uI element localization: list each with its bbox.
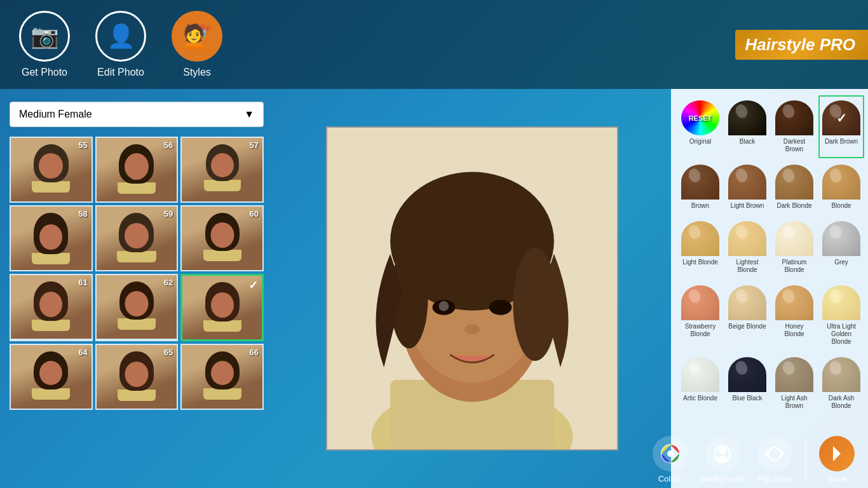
color-label-honey-blonde: Honey Blonde	[775, 323, 813, 338]
nav-styles-label: Styles	[183, 67, 211, 78]
svg-marker-20	[764, 450, 768, 458]
color-swatch-artic-blonde	[681, 357, 719, 392]
color-label-strawberry-blonde: Strawberry Blonde	[681, 323, 719, 338]
color-swatch-dark-ash-blonde	[822, 357, 860, 392]
style-num-64: 64	[78, 348, 87, 357]
top-bar: 📷 Get Photo 👤 Edit Photo 💇 Styles Hairst…	[0, 0, 868, 89]
color-swatch-lightest-blonde	[728, 221, 766, 256]
style-num-59: 59	[164, 209, 173, 219]
color-item-light-blonde[interactable]: Light Blonde	[677, 216, 723, 279]
style-num-65: 65	[164, 348, 173, 357]
style-category-dropdown[interactable]: Medium Female ▼	[10, 102, 264, 127]
style-item-61[interactable]: 61	[10, 274, 93, 341]
nav-styles[interactable]: 💇 Styles	[172, 11, 222, 78]
nav-edit-photo[interactable]: 👤 Edit Photo	[95, 11, 146, 78]
color-item-reset[interactable]: RESET Original	[677, 95, 723, 158]
camera-icon: 📷	[19, 11, 70, 62]
style-item-59[interactable]: 59	[95, 205, 179, 271]
color-label-dark-brown: Dark Brown	[825, 138, 858, 146]
color-swatch-ultra-light-golden-blonde	[822, 285, 860, 320]
color-item-blue-black[interactable]: Blue Black	[724, 352, 770, 415]
color-label-blonde: Blonde	[831, 202, 851, 210]
color-label-beige-blonde: Beige Blonde	[728, 323, 766, 330]
color-label-blue-black: Blue Black	[732, 395, 762, 402]
color-label-artic-blonde: Artic Blonde	[683, 395, 717, 402]
save-label: Save	[828, 474, 847, 484]
nav-get-photo[interactable]: 📷 Get Photo	[19, 11, 70, 78]
svg-point-10	[489, 300, 512, 315]
style-item-57[interactable]: 57	[180, 137, 264, 203]
color-item-light-brown[interactable]: Light Brown	[724, 159, 770, 215]
dropdown-chevron-icon: ▼	[244, 109, 254, 120]
style-item-60[interactable]: 60	[180, 205, 264, 271]
flip-style-icon	[757, 436, 792, 471]
svg-point-17	[719, 446, 726, 455]
color-label-platinum-blonde: Platinum Blonde	[775, 259, 813, 274]
svg-point-14	[667, 451, 674, 457]
style-num-57: 57	[250, 140, 259, 150]
color-item-platinum-blonde[interactable]: Platinum Blonde	[771, 216, 817, 279]
person-icon: 👤	[95, 11, 146, 62]
style-item-58[interactable]: 58	[10, 205, 93, 271]
style-num-66: 66	[250, 348, 259, 357]
center-preview	[273, 89, 671, 488]
color-item-beige-blonde[interactable]: Beige Blonde	[724, 280, 770, 351]
style-item-55[interactable]: 55	[10, 137, 93, 203]
color-swatch-honey-blonde	[775, 285, 813, 320]
styles-grid: 55 56	[10, 137, 264, 410]
style-item-64[interactable]: 64	[10, 344, 93, 410]
style-num-61: 61	[78, 278, 87, 287]
color-item-dark-blonde[interactable]: Dark Blonde	[771, 159, 817, 215]
color-swatch-beige-blonde	[728, 285, 766, 320]
main-content: Medium Female ▼ 55	[0, 89, 868, 488]
style-item-65[interactable]: 65	[95, 344, 179, 410]
nav-get-photo-label: Get Photo	[22, 67, 67, 78]
style-item-63[interactable]: ✓	[180, 274, 264, 341]
style-num-55: 55	[78, 140, 87, 150]
color-label-grey: Grey	[834, 259, 848, 266]
color-item-black[interactable]: Black	[724, 95, 770, 158]
flip-style-label: Flip Style	[757, 474, 791, 484]
left-panel: Medium Female ▼ 55	[0, 89, 273, 488]
color-item-light-ash-brown[interactable]: Light Ash Brown	[771, 352, 817, 415]
style-item-66[interactable]: 66	[180, 344, 264, 410]
bottom-action-flip-style[interactable]: Flip Style	[750, 436, 799, 484]
bottom-action-colors[interactable]: Colors	[646, 436, 695, 484]
color-swatch-dark-blonde	[775, 165, 813, 200]
color-label-reset: Original	[689, 138, 711, 146]
background-label: Background	[700, 474, 744, 484]
color-label-dark-ash-blonde: Dark Ash Blonde	[822, 395, 860, 410]
color-label-brown: Brown	[691, 202, 709, 210]
color-item-dark-ash-blonde[interactable]: Dark Ash Blonde	[818, 352, 864, 415]
style-num-56: 56	[164, 140, 173, 150]
color-item-lightest-blonde[interactable]: Lightest Blonde	[724, 216, 770, 279]
color-swatch-blonde	[822, 165, 860, 200]
color-swatch-darkest-brown	[775, 100, 813, 135]
color-item-grey[interactable]: Grey	[818, 216, 864, 279]
color-swatch-light-blonde	[681, 221, 719, 256]
colors-grid: RESET Original Black Darkest Brown ✓ Dar…	[677, 95, 862, 415]
color-swatch-light-ash-brown	[775, 357, 813, 392]
color-swatch-black	[728, 100, 766, 135]
color-item-strawberry-blonde[interactable]: Strawberry Blonde	[677, 280, 723, 351]
reset-swatch: RESET	[681, 100, 719, 135]
style-item-62[interactable]: 62	[95, 274, 179, 341]
color-item-brown[interactable]: Brown	[677, 159, 723, 215]
style-num-60: 60	[250, 209, 259, 219]
color-item-dark-brown[interactable]: ✓ Dark Brown	[818, 95, 864, 158]
color-item-ultra-light-golden-blonde[interactable]: Ultra Light Golden Blonde	[818, 280, 864, 351]
styles-icon: 💇	[172, 11, 222, 62]
svg-point-12	[465, 325, 480, 335]
color-item-artic-blonde[interactable]: Artic Blonde	[677, 352, 723, 415]
bottom-action-background[interactable]: Background	[698, 436, 747, 484]
style-item-56[interactable]: 56	[95, 137, 179, 203]
color-item-blonde[interactable]: Blonde	[818, 159, 864, 215]
color-label-light-blonde: Light Blonde	[682, 259, 718, 266]
nav-edit-photo-label: Edit Photo	[97, 67, 144, 78]
color-label-lightest-blonde: Lightest Blonde	[728, 259, 766, 274]
color-item-darkest-brown[interactable]: Darkest Brown	[771, 95, 817, 158]
save-button[interactable]: Save	[813, 436, 862, 484]
style-num-62: 62	[164, 278, 173, 287]
color-item-honey-blonde[interactable]: Honey Blonde	[771, 280, 817, 351]
color-swatch-blue-black	[728, 357, 766, 392]
